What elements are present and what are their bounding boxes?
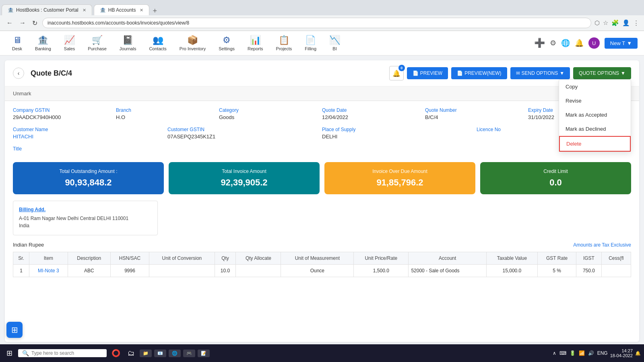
company-gstin-value: 29AADCK7940H000 [13, 114, 116, 120]
customer-gstin-field: Customer GSTIN 07ASEPQ2345K1Z1 [167, 127, 322, 140]
quote-number-label: Quote Number [425, 107, 528, 113]
quote-number-field: Quote Number B/C/4 [425, 107, 528, 120]
extensions-icon[interactable]: 🧩 [611, 19, 619, 27]
company-gstin-field: Company GSTIN 29AADCK7940H000 [13, 107, 116, 120]
nav-reports[interactable]: 📊 Reports [242, 33, 269, 53]
cell-igst: 750.0 [576, 265, 602, 277]
cast-icon[interactable]: ⬡ [594, 19, 600, 27]
stats-row: Total Outstanding Amount : 90,93,848.2 T… [5, 162, 639, 201]
nav-projects[interactable]: 📋 Projects [270, 33, 298, 53]
navbar-right: ➕ ⚙ 🌐 🔔 U New T ▼ [534, 37, 638, 49]
customer-name-field: Customer Name HITACHI [13, 127, 167, 140]
settings-gear-button[interactable]: ⚙ [550, 39, 556, 47]
preview-new-button[interactable]: 📄 PREVIEW(NEW) [451, 67, 507, 79]
notification-icon: 🔔 [575, 39, 584, 47]
dropdown-mark-declined[interactable]: Mark as Declined [559, 122, 631, 136]
credit-limit-label: Credit Limit [487, 169, 625, 174]
tab-1[interactable]: 🏦 HostBooks : Customer Portal ✕ [2, 4, 92, 15]
nav-filling[interactable]: 📄 Filling [299, 33, 322, 53]
nav-journals-label: Journals [120, 46, 136, 51]
browser-chrome: 🏦 HostBooks : Customer Portal ✕ 🏦 HB Acc… [0, 0, 644, 31]
back-button[interactable]: ‹ [13, 68, 24, 79]
new-top-button[interactable]: New T ▼ [605, 38, 638, 49]
sales-icon: 📈 [64, 35, 75, 45]
col-item: Item [29, 252, 68, 265]
billing-title[interactable]: Billing Add. [19, 207, 152, 212]
send-options-button[interactable]: ✉ SEND OPTIONS ▼ [510, 67, 570, 79]
nav-reports-label: Reports [248, 46, 263, 51]
billing-box: Billing Add. A-01 Ram Nagar New Delhi Ce… [13, 201, 158, 235]
dropdown-mark-accepted[interactable]: Mark as Accepted [559, 108, 631, 122]
bookmark-icon[interactable]: ☆ [603, 19, 608, 27]
nav-purchase-label: Purchase [88, 46, 106, 51]
nav-purchase[interactable]: 🛒 Purchase [82, 33, 112, 53]
title-section: Title [13, 146, 631, 152]
quote-date-label: Quote Date [322, 107, 425, 113]
page-title: Quote B/C/4 [31, 69, 72, 78]
dropdown-revise[interactable]: Revise [559, 94, 631, 108]
nav-banking[interactable]: 🏦 Banking [29, 33, 57, 53]
nav-bi-label: BI [332, 46, 336, 51]
quote-options-button[interactable]: QUOTE OPTIONS ▼ [573, 67, 631, 79]
send-icon: ✉ [516, 70, 520, 76]
nav-journals[interactable]: 📓 Journals [114, 33, 142, 53]
chevron-down-icon: ▼ [627, 40, 632, 46]
table-head: Sr. Item Description HSN/SAC Unit of Con… [13, 252, 631, 265]
nav-sales[interactable]: 📈 Sales [58, 33, 81, 53]
new-tab-button[interactable]: + [149, 7, 160, 15]
form-row-2: Customer Name HITACHI Customer GSTIN 07A… [13, 127, 631, 140]
nav-contacts[interactable]: 👥 Contacts [143, 33, 172, 53]
total-outstanding-label: Total Outstanding Amount : [19, 169, 157, 174]
quote-options-dropdown: Copy Revise Mark as Accepted Mark as Dec… [559, 79, 631, 152]
quote-options-label: QUOTE OPTIONS [579, 70, 619, 76]
col-cess: Cess(fl [601, 252, 631, 265]
dropdown-delete[interactable]: Delete [559, 136, 631, 152]
tab-close-1[interactable]: ✕ [83, 8, 86, 13]
pro-inventory-icon: 📦 [187, 35, 198, 45]
cell-description: ABC [68, 265, 110, 277]
user-avatar[interactable]: U [588, 37, 600, 49]
quote-header: ‹ Quote B/C/4 🔔 0 📄 PREVIEW 📄 PREVIEW(NE… [5, 60, 639, 86]
tab-2[interactable]: 🏦 HB Accounts ✕ [94, 4, 150, 15]
tab-close-2[interactable]: ✕ [140, 8, 143, 13]
stat-invoice-overdue: Invoice Over Due Amount 91,85,796.2 [324, 162, 475, 194]
fab-button[interactable]: ⊞ [6, 322, 23, 338]
cell-item[interactable]: MI-Note 3 [29, 265, 68, 277]
add-new-button[interactable]: ➕ [534, 38, 545, 48]
table-section: Indian Rupee Amounts are Tax Exclusive S… [5, 242, 639, 277]
col-igst: IGST [576, 252, 602, 265]
nav-projects-label: Projects [276, 46, 292, 51]
table-header-row: Indian Rupee Amounts are Tax Exclusive [13, 242, 631, 248]
dropdown-copy[interactable]: Copy [559, 80, 631, 94]
place-of-supply-field: Place of Supply DELHI [322, 127, 477, 140]
col-account: Account [409, 252, 486, 265]
quote-date-field: Quote Date 12/04/2022 [322, 107, 425, 120]
address-input[interactable] [42, 18, 591, 28]
nav-settings-label: Settings [219, 46, 235, 51]
nav-pro-inventory[interactable]: 📦 Pro Inventory [174, 33, 211, 53]
preview-button[interactable]: 📄 PREVIEW [407, 67, 448, 79]
col-gst-rate: GST Rate [538, 252, 576, 265]
refresh-browser-button[interactable]: ↻ [31, 19, 39, 28]
quote-number-value: B/C/4 [425, 114, 528, 120]
cell-hsn: 9996 [110, 265, 149, 277]
items-table: Sr. Item Description HSN/SAC Unit of Con… [13, 252, 631, 277]
menu-dots-icon[interactable]: ⋮ [633, 19, 639, 27]
nav-sales-label: Sales [64, 46, 75, 51]
flag-icon: 🌐 [561, 39, 570, 47]
col-unit-conversion: Unit of Conversion [149, 252, 215, 265]
nav-bi[interactable]: 📉 BI [324, 33, 346, 53]
stat-total-invoice: Total Invoice Amount 92,39,905.2 [169, 162, 320, 194]
forward-browser-button[interactable]: → [18, 19, 27, 27]
nav-settings[interactable]: ⚙ Settings [213, 33, 240, 53]
billing-address: A-01 Ram Nagar New Delhi Central DELHI 1… [19, 215, 152, 229]
purchase-icon: 🛒 [92, 35, 103, 45]
category-label: Category [219, 107, 322, 113]
bell-button[interactable]: 🔔 0 [389, 66, 404, 80]
nav-desk[interactable]: 🖥 Desk [6, 33, 28, 53]
new-btn-label: New T [610, 40, 625, 46]
back-browser-button[interactable]: ← [5, 19, 14, 27]
customer-name-value[interactable]: HITACHI [13, 134, 167, 140]
cell-account: 52000 - Sale of Goods [409, 265, 486, 277]
profile-icon[interactable]: 👤 [622, 19, 630, 27]
